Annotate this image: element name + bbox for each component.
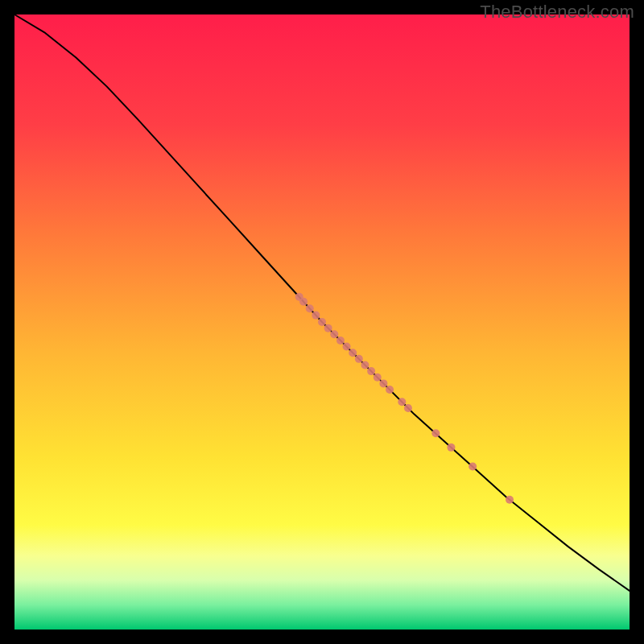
data-point	[404, 404, 412, 412]
data-point	[330, 330, 338, 338]
data-point	[343, 343, 351, 351]
data-point	[431, 429, 440, 437]
data-point	[336, 336, 345, 345]
data-point	[374, 374, 382, 382]
data-point	[398, 398, 406, 406]
data-point	[312, 312, 320, 320]
data-point	[318, 318, 326, 326]
data-point	[324, 324, 332, 332]
chart-stage: TheBottleneck.com	[0, 0, 644, 644]
data-point	[349, 349, 357, 357]
data-point	[299, 298, 308, 306]
data-point	[355, 355, 363, 363]
data-point	[506, 496, 514, 504]
data-point	[447, 444, 455, 452]
data-point	[469, 463, 477, 471]
gradient-chart	[0, 0, 644, 644]
data-point	[361, 361, 369, 369]
data-point	[379, 379, 387, 387]
data-point	[367, 367, 375, 375]
data-point	[386, 386, 394, 394]
watermark-text: TheBottleneck.com	[480, 2, 634, 23]
data-point	[306, 304, 314, 312]
